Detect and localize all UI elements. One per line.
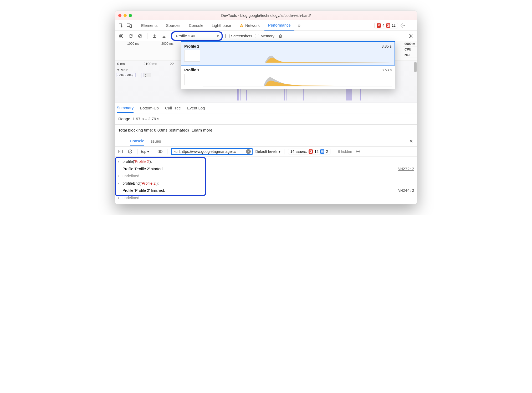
- error-badge-icon: ✕: [377, 23, 381, 28]
- tab-console[interactable]: Console: [185, 20, 207, 31]
- live-expression-icon[interactable]: [157, 148, 163, 155]
- tab-network[interactable]: Network: [236, 20, 263, 31]
- window-controls: [118, 14, 132, 17]
- source-link[interactable]: VM232:2: [398, 165, 414, 173]
- tab-sources[interactable]: Sources: [162, 20, 184, 31]
- log-levels-selector[interactable]: Default levels ▾: [255, 149, 280, 154]
- hidden-count[interactable]: 6 hidden: [338, 149, 352, 154]
- svg-point-9: [410, 35, 412, 37]
- drawer-tab-console[interactable]: Console: [130, 136, 144, 146]
- profile-minimap: [203, 50, 392, 63]
- flame-tick: 2100 ms: [144, 62, 170, 66]
- console-sidebar-toggle-icon[interactable]: [117, 148, 124, 155]
- details-tabbar: Summary Bottom-Up Call Tree Event Log: [115, 103, 417, 113]
- console-output: › profile('Profile 2'); Profile 'Profile…: [115, 157, 417, 204]
- error-counter[interactable]: ✕4 ◪12: [374, 23, 398, 28]
- profile-dropdown-item[interactable]: Profile 18.53 s: [181, 65, 395, 89]
- learn-more-link[interactable]: Learn more: [192, 128, 212, 133]
- profile-minimap: [203, 74, 392, 87]
- svg-rect-4: [241, 26, 242, 27]
- overview-side-labels: 9000 m CPU NET: [403, 41, 417, 61]
- flame-tick: 0 ms: [117, 62, 144, 66]
- svg-point-7: [120, 35, 122, 37]
- issues-counter[interactable]: 14 Issues: ◪12 ▤2: [288, 149, 330, 154]
- zoom-window-button[interactable]: [129, 14, 132, 17]
- tab-performance[interactable]: Performance: [264, 20, 294, 31]
- settings-icon[interactable]: [399, 22, 406, 29]
- source-link[interactable]: VM244:2: [398, 187, 414, 194]
- kebab-menu-icon[interactable]: ⋮: [407, 22, 415, 29]
- svg-rect-3: [241, 25, 242, 26]
- profile-thumbnail: [184, 74, 200, 85]
- kebab-menu-icon[interactable]: ⋮: [117, 138, 125, 145]
- window-title: DevTools - blog.google/technology/ai/cod…: [132, 13, 400, 18]
- clear-filter-icon[interactable]: ✕: [246, 149, 251, 154]
- svg-rect-2: [130, 24, 132, 27]
- drawer-tab-issues[interactable]: Issues: [150, 136, 161, 146]
- warning-icon: [239, 23, 244, 28]
- profile-select[interactable]: Profile 2 #1 ▾: [171, 31, 223, 41]
- subtab-calltree[interactable]: Call Tree: [165, 103, 181, 113]
- console-filter-input[interactable]: -url:https://www.googletagmanager.c ✕: [171, 148, 253, 155]
- memory-checkbox[interactable]: Memory: [255, 34, 274, 38]
- subtab-bottomup[interactable]: Bottom-Up: [140, 103, 159, 113]
- inspect-element-icon[interactable]: [117, 22, 125, 29]
- console-settings-icon[interactable]: [355, 148, 361, 155]
- chevron-down-icon: ▾: [279, 149, 280, 154]
- clear-console-icon[interactable]: [127, 148, 134, 155]
- svg-point-13: [357, 151, 359, 152]
- record-button[interactable]: [118, 33, 125, 39]
- screenshots-checkbox[interactable]: Screenshots: [225, 34, 252, 38]
- subtab-eventlog[interactable]: Event Log: [187, 103, 205, 113]
- issue-badge-icon: ◪: [386, 23, 390, 28]
- performance-toolbar: Profile 2 #1 ▾ Screenshots Memory: [115, 31, 417, 41]
- devtools-window: DevTools - blog.google/technology/ai/cod…: [115, 11, 417, 204]
- overview-container: 1000 ms 2000 ms 9000 m CPU NET Profile 2…: [115, 41, 417, 103]
- download-profile-button[interactable]: [161, 33, 167, 39]
- overview-tick: 1000 ms: [127, 42, 161, 46]
- scrollbar-thumb[interactable]: [414, 62, 417, 72]
- truncated-block: (…: [144, 73, 151, 77]
- svg-point-5: [402, 25, 403, 26]
- issue-badge-icon: ◪: [309, 149, 313, 154]
- panel-tabbar: Elements Sources Console Lighthouse Netw…: [115, 20, 417, 31]
- close-window-button[interactable]: [118, 14, 121, 17]
- device-mode-icon[interactable]: [126, 22, 133, 29]
- chevron-down-icon: ▾: [147, 149, 149, 154]
- svg-point-12: [160, 151, 161, 152]
- context-selector[interactable]: top▾: [141, 149, 149, 154]
- highlight-box: [115, 157, 206, 196]
- tab-elements[interactable]: Elements: [137, 20, 161, 31]
- close-drawer-icon[interactable]: ✕: [407, 138, 415, 145]
- idle-block: (idle): [116, 73, 123, 77]
- subtab-summary[interactable]: Summary: [117, 103, 134, 113]
- profile-dropdown-item[interactable]: Profile 28.85 s: [181, 42, 395, 65]
- minimize-window-button[interactable]: [124, 14, 127, 17]
- reload-record-button[interactable]: [127, 33, 134, 39]
- summary-range: Range: 1.97 s – 2.79 s: [115, 113, 417, 125]
- clear-button[interactable]: [137, 33, 144, 39]
- titlebar: DevTools - blog.google/technology/ai/cod…: [115, 11, 417, 20]
- panel-settings-icon[interactable]: [407, 33, 414, 39]
- upload-profile-button[interactable]: [151, 33, 158, 39]
- more-tabs-icon[interactable]: »: [295, 22, 303, 29]
- message-badge-icon: ▤: [320, 149, 324, 154]
- idle-block: (idle): [124, 73, 136, 77]
- tab-lighthouse[interactable]: Lighthouse: [208, 20, 235, 31]
- profile-thumbnail: [184, 50, 200, 62]
- drawer-tabbar: ⋮ Console Issues ✕: [115, 136, 417, 147]
- profile-dropdown: Profile 28.85 s Profile 18.53 s: [181, 41, 395, 89]
- trash-icon[interactable]: [277, 33, 284, 39]
- summary-tbt: Total blocking time: 0.00ms (estimated) …: [115, 125, 417, 136]
- console-toolbar: top▾ -url:https://www.googletagmanager.c…: [115, 147, 417, 157]
- chevron-down-icon: ▾: [217, 34, 219, 38]
